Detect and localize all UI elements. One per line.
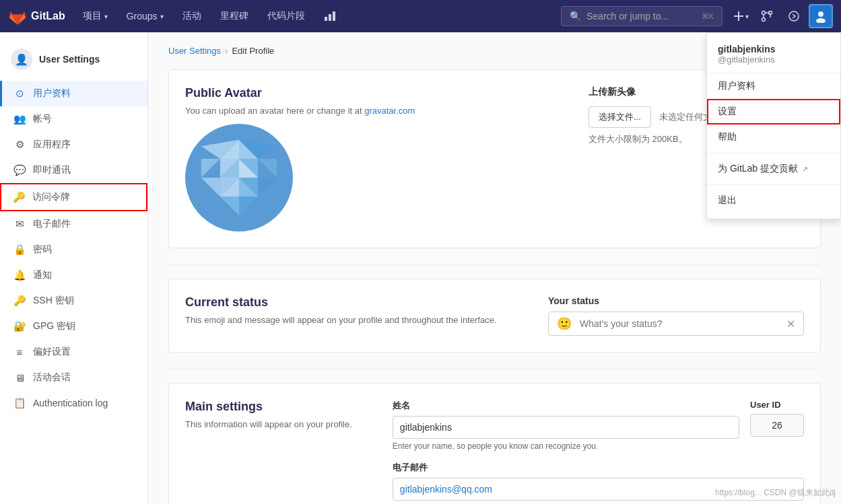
gravatar-link[interactable]: gravatar.com — [364, 106, 415, 116]
nav-snippets[interactable]: 代码片段 — [261, 0, 312, 32]
sidebar-item-chat[interactable]: 💬 即时通讯 — [0, 157, 147, 183]
dropdown-contribute[interactable]: 为 GitLab 提交贡献 ↗ — [707, 156, 840, 182]
profile-icon: ⊙ — [13, 87, 26, 100]
status-section-layout: Current status This emoji and message wi… — [185, 295, 804, 336]
svg-rect-4 — [734, 15, 743, 17]
sidebar-item-password[interactable]: 🔒 密码 — [0, 237, 147, 262]
svg-rect-0 — [325, 17, 327, 21]
external-link-icon: ↗ — [802, 165, 808, 174]
sidebar-title: User Settings — [39, 54, 100, 65]
sidebar-item-applications[interactable]: ⚙ 应用程序 — [0, 132, 147, 157]
navbar: GitLab 项目 ▾ Groups ▾ 活动 里程碑 代码片段 🔍 ⌘K — [0, 0, 841, 32]
current-status-section: Current status This emoji and message wi… — [168, 279, 821, 353]
chevron-down-icon: ▾ — [160, 13, 164, 20]
email-icon: ✉ — [13, 218, 26, 230]
svg-point-10 — [816, 18, 826, 23]
dropdown-handle: @gitlabjenkins — [718, 55, 830, 65]
new-item-button[interactable]: ▾ — [728, 4, 752, 28]
status-clear-button[interactable]: ✕ — [784, 315, 798, 333]
settings-info: Main settings This information will appe… — [185, 400, 352, 504]
user-menu-button[interactable] — [809, 4, 833, 28]
ssh-icon: 🔑 — [13, 295, 26, 307]
sidebar-item-notifications[interactable]: 🔔 通知 — [0, 262, 147, 288]
sidebar-item-sessions[interactable]: 🖥 活动会话 — [0, 365, 147, 390]
sidebar-item-profile[interactable]: ⊙ 用户资料 — [0, 81, 147, 106]
status-info: Current status This emoji and message wi… — [185, 295, 508, 336]
sidebar-item-access-tokens[interactable]: 🔑 访问令牌 — [0, 183, 147, 211]
svg-point-5 — [762, 11, 766, 15]
status-input-panel: Your status 🙂 ✕ — [548, 295, 804, 336]
gpg-icon: 🔐 — [13, 320, 26, 332]
sessions-icon: 🖥 — [13, 372, 26, 384]
sidebar-item-account[interactable]: 👥 帐号 — [0, 106, 147, 132]
status-input-row: 🙂 ✕ — [548, 312, 804, 336]
nav-chart-icon[interactable] — [317, 0, 343, 32]
status-label: Your status — [548, 295, 804, 306]
chevron-down-icon: ▾ — [104, 13, 108, 20]
dropdown-logout[interactable]: 退出 — [707, 188, 840, 213]
auth-log-icon: 📋 — [13, 397, 26, 409]
svg-point-8 — [789, 11, 799, 21]
preferences-icon: ≡ — [13, 347, 26, 358]
nav-groups[interactable]: Groups ▾ — [120, 0, 170, 32]
dropdown-username: gitlabjenkins — [718, 44, 830, 55]
fullname-label: 姓名 — [393, 400, 739, 412]
svg-rect-1 — [329, 14, 331, 21]
sidebar-item-email[interactable]: ✉ 电子邮件 — [0, 211, 147, 237]
search-bar[interactable]: 🔍 ⌘K — [561, 6, 722, 26]
fullname-group: 姓名 Enter your name, so people you know c… — [393, 400, 739, 451]
notifications-icon: 🔔 — [13, 269, 26, 281]
token-icon: 🔑 — [12, 191, 26, 203]
sidebar-avatar: 👤 — [11, 48, 32, 70]
breadcrumb-parent[interactable]: User Settings — [168, 46, 221, 56]
search-input[interactable] — [586, 11, 696, 22]
main-settings-section: Main settings This information will appe… — [168, 383, 821, 504]
sidebar: 👤 User Settings ⊙ 用户资料 👥 帐号 ⚙ 应用程序 💬 即时通… — [0, 32, 148, 504]
applications-icon: ⚙ — [13, 139, 26, 151]
status-section-desc: This emoji and message will appear on yo… — [185, 315, 508, 325]
avatar-info: Public Avatar You can upload an avatar h… — [185, 86, 548, 231]
chat-icon: 💬 — [13, 164, 26, 176]
merge-requests-button[interactable] — [755, 4, 779, 28]
user-dropdown: gitlabjenkins @gitlabjenkins 用户资料 设置 帮助 … — [706, 32, 841, 219]
avatar-preview — [185, 124, 293, 231]
main-settings-desc: This information will appear on your pro… — [185, 419, 352, 429]
email-label: 电子邮件 — [393, 462, 804, 474]
main-settings-title: Main settings — [185, 400, 352, 414]
dropdown-settings[interactable]: 设置 — [707, 99, 840, 124]
main-settings-layout: Main settings This information will appe… — [185, 400, 804, 504]
dropdown-help[interactable]: 帮助 — [707, 124, 840, 150]
userid-group: User ID 26 — [750, 400, 804, 437]
emoji-button[interactable]: 🙂 — [554, 312, 574, 335]
avatar-section-desc: You can upload an avatar here or change … — [185, 106, 548, 116]
svg-point-9 — [818, 11, 823, 17]
svg-rect-2 — [333, 11, 335, 21]
issues-button[interactable] — [782, 4, 806, 28]
watermark: https://blog... CSDN @猿来如此dj — [715, 487, 836, 499]
fullname-input[interactable] — [393, 416, 739, 439]
sidebar-header: 👤 User Settings — [0, 43, 147, 81]
dropdown-user-info: gitlabjenkins @gitlabjenkins — [707, 38, 840, 73]
dropdown-profile[interactable]: 用户资料 — [707, 73, 840, 99]
password-icon: 🔒 — [13, 244, 26, 256]
search-icon: 🔍 — [570, 11, 581, 22]
nav-activity[interactable]: 活动 — [176, 0, 208, 32]
navbar-actions: ▾ — [728, 4, 833, 28]
breadcrumb-current: Edit Profile — [232, 46, 274, 56]
sidebar-item-gpg[interactable]: 🔐 GPG 密钥 — [0, 314, 147, 339]
choose-file-button[interactable]: 选择文件... — [588, 106, 651, 128]
search-kbd: ⌘K — [702, 12, 714, 21]
breadcrumb-separator: › — [225, 46, 228, 56]
sidebar-item-preferences[interactable]: ≡ 偏好设置 — [0, 339, 147, 365]
nav-milestones[interactable]: 里程碑 — [213, 0, 255, 32]
nav-projects[interactable]: 项目 ▾ — [76, 0, 114, 32]
gitlab-logo[interactable]: GitLab — [8, 7, 65, 26]
sidebar-item-ssh[interactable]: 🔑 SSH 密钥 — [0, 288, 147, 314]
userid-value: 26 — [750, 414, 804, 437]
status-text-input[interactable] — [574, 313, 784, 334]
avatar-section-title: Public Avatar — [185, 86, 548, 100]
sidebar-nav: ⊙ 用户资料 👥 帐号 ⚙ 应用程序 💬 即时通讯 🔑 访问令牌 ✉ 电子邮件 — [0, 81, 147, 416]
sidebar-item-auth-log[interactable]: 📋 Authentication log — [0, 390, 147, 416]
fullname-hint: Enter your name, so people you know can … — [393, 441, 739, 451]
svg-point-7 — [762, 18, 766, 22]
